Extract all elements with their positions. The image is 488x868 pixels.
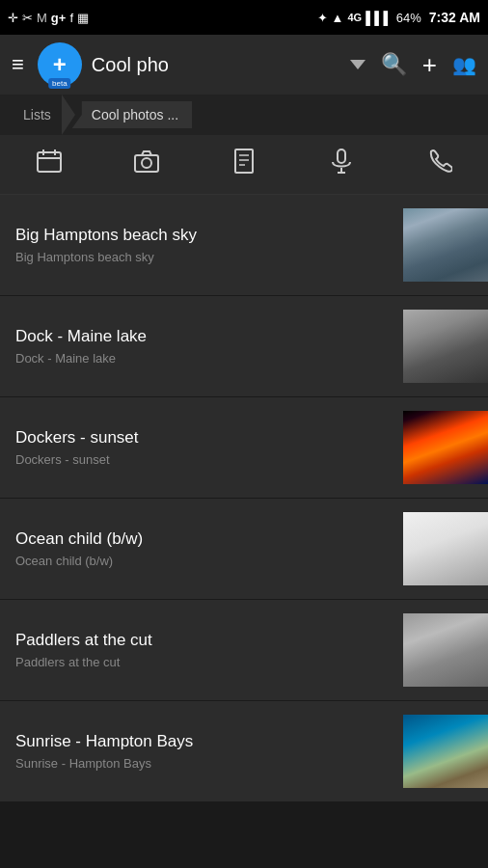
status-icons-left: ✛ ✂ M g+ f ▦ <box>8 11 89 25</box>
quick-toolbar <box>0 135 488 195</box>
list-item-thumbnail <box>403 208 488 282</box>
list-item-title: Paddlers at the cut <box>15 631 392 650</box>
mic-quick-icon[interactable] <box>312 140 370 189</box>
status-bar: ✛ ✂ M g+ f ▦ ✦ ▲ 4G ▌▌▌ 64% 7:32 AM <box>0 0 488 35</box>
list-item[interactable]: Dockers - sunset Dockers - sunset <box>0 397 488 499</box>
network-icon: 4G <box>347 12 362 23</box>
list-item-thumbnail <box>403 715 488 788</box>
time-display: 7:32 AM <box>429 10 480 25</box>
battery-text: 64% <box>396 11 421 25</box>
wifi-icon: ▲ <box>332 11 344 25</box>
camera-quick-icon[interactable] <box>118 140 176 189</box>
list-item-text: Paddlers at the cut Paddlers at the cut <box>15 631 403 669</box>
flipboard-icon: f <box>69 11 73 25</box>
list-item-subtitle: Ocean child (b/w) <box>15 554 392 568</box>
breadcrumb-lists[interactable]: Lists <box>12 101 63 128</box>
add-button[interactable]: + <box>422 50 437 80</box>
search-button[interactable]: 🔍 <box>381 52 407 77</box>
bar-actions: 🔍 + 👥 <box>381 50 476 80</box>
breadcrumb: Lists Cool photos ... <box>0 95 488 135</box>
breadcrumb-current: Cool photos ... <box>72 101 192 128</box>
app-bar: ≡ + beta Cool pho 🔍 + 👥 <box>0 35 488 95</box>
share-button[interactable]: 👥 <box>452 53 476 76</box>
bluetooth-icon: ✦ <box>317 11 328 25</box>
svg-rect-10 <box>338 149 345 163</box>
list-item-subtitle: Dockers - sunset <box>15 452 392 467</box>
note-quick-icon[interactable] <box>215 140 273 189</box>
title-dropdown-icon[interactable] <box>350 60 366 69</box>
signal-icon: ▌▌▌ <box>366 11 393 25</box>
list-item-thumbnail <box>403 411 488 484</box>
svg-rect-0 <box>38 152 61 172</box>
list-item-subtitle: Sunrise - Hampton Bays <box>15 756 392 771</box>
svg-rect-6 <box>235 149 253 173</box>
gplus-icon: g+ <box>51 11 67 25</box>
list-item-title: Sunrise - Hampton Bays <box>15 732 392 751</box>
list-item-title: Big Hamptons beach sky <box>15 226 392 245</box>
photo-list: Big Hamptons beach sky Big Hamptons beac… <box>0 195 488 868</box>
list-item-text: Dockers - sunset Dockers - sunset <box>15 428 403 467</box>
list-item[interactable]: Ocean child (b/w) Ocean child (b/w) <box>0 499 488 600</box>
list-item-thumbnail <box>403 613 488 687</box>
list-item[interactable]: Dock - Maine lake Dock - Maine lake <box>0 296 488 397</box>
list-item-title: Dockers - sunset <box>15 428 392 448</box>
list-item-text: Ocean child (b/w) Ocean child (b/w) <box>15 529 403 568</box>
list-item[interactable]: Paddlers at the cut Paddlers at the cut <box>0 600 488 701</box>
tools-icon: ✂ <box>22 11 33 25</box>
list-item-title: Ocean child (b/w) <box>15 529 392 549</box>
list-item[interactable]: Sunrise - Hampton Bays Sunrise - Hampton… <box>0 701 488 802</box>
beta-badge: beta <box>48 78 71 89</box>
gmail-icon: M <box>37 11 47 25</box>
list-item-title: Dock - Maine lake <box>15 327 392 346</box>
list-item-text: Dock - Maine lake Dock - Maine lake <box>15 327 403 366</box>
app-title: Cool pho <box>92 54 344 76</box>
menu-button[interactable]: ≡ <box>12 52 24 77</box>
calendar-quick-icon[interactable] <box>20 140 78 189</box>
list-item-text: Big Hamptons beach sky Big Hamptons beac… <box>15 226 403 264</box>
list-item-text: Sunrise - Hampton Bays Sunrise - Hampton… <box>15 732 403 771</box>
list-item-thumbnail <box>403 512 488 585</box>
list-item-subtitle: Paddlers at the cut <box>15 655 392 669</box>
add-status-icon: ✛ <box>8 11 18 25</box>
list-item[interactable]: Big Hamptons beach sky Big Hamptons beac… <box>0 195 488 296</box>
app-logo[interactable]: + beta <box>38 42 82 87</box>
phone-quick-icon[interactable] <box>410 140 468 189</box>
svg-point-5 <box>142 158 151 168</box>
calendar-icon: ▦ <box>77 11 89 25</box>
logo-plus-icon: + <box>53 53 67 76</box>
breadcrumb-separator <box>62 95 75 135</box>
status-icons-right: ✦ ▲ 4G ▌▌▌ 64% 7:32 AM <box>317 10 480 25</box>
list-item-subtitle: Dock - Maine lake <box>15 351 392 366</box>
list-item-subtitle: Big Hamptons beach sky <box>15 250 392 264</box>
list-item-thumbnail <box>403 310 488 383</box>
